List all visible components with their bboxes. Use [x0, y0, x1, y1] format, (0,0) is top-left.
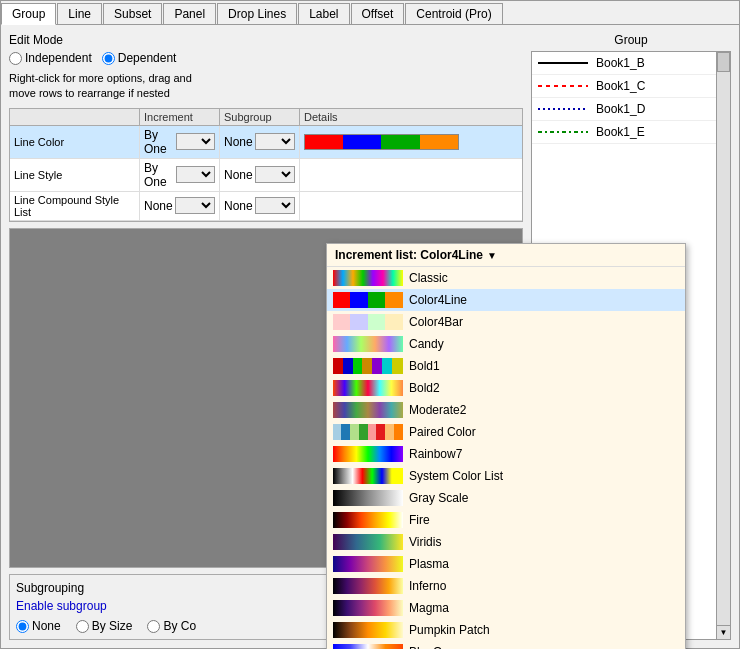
dropdown-item-blueorange[interactable]: BlueOrange	[327, 641, 685, 649]
swatch-color4line	[333, 292, 403, 308]
edit-mode-section: Edit Mode Independent Dependent	[9, 33, 523, 65]
item-label-color4bar: Color4Bar	[409, 315, 463, 329]
dropdown-item-bold2[interactable]: Bold2	[327, 377, 685, 399]
dropdown-item-rainbow7[interactable]: Rainbow7	[327, 443, 685, 465]
cell-linecompound-increment: None	[140, 192, 220, 220]
radio-bysize-label: By Size	[92, 619, 133, 633]
col-details: Details	[300, 109, 522, 125]
tab-line[interactable]: Line	[57, 3, 102, 24]
swatch-inferno	[333, 578, 403, 594]
dropdown-item-pumpkin[interactable]: Pumpkin Patch	[327, 619, 685, 641]
dropdown-item-viridis[interactable]: Viridis	[327, 531, 685, 553]
radio-byco-label: By Co	[163, 619, 196, 633]
edit-mode-label: Edit Mode	[9, 33, 523, 47]
dropdown-item-moderate2[interactable]: Moderate2	[327, 399, 685, 421]
group-panel-label: Group	[531, 33, 731, 47]
item-label-candy: Candy	[409, 337, 444, 351]
col-name	[10, 109, 140, 125]
cell-linestyle-increment: By One	[140, 159, 220, 191]
select-linestyle-subgroup[interactable]	[255, 166, 295, 183]
dropdown-item-inferno[interactable]: Inferno	[327, 575, 685, 597]
swatch-pumpkin	[333, 622, 403, 638]
radio-dependent[interactable]: Dependent	[102, 51, 177, 65]
swatch-magma	[333, 600, 403, 616]
swatch-fire	[333, 512, 403, 528]
group-item-book1c[interactable]: Book1_C	[532, 75, 730, 98]
swatch-plasma	[333, 556, 403, 572]
radio-byco[interactable]: By Co	[147, 619, 196, 633]
hint-text: Right-click for more options, drag andmo…	[9, 71, 523, 102]
cell-linecolor-increment: By One	[140, 126, 220, 158]
scrollbar-track[interactable]: ▼	[716, 52, 730, 639]
color-dropdown[interactable]: Increment list: Color4Line ▼ Classic Col…	[326, 243, 686, 649]
dropdown-item-syscolor[interactable]: System Color List	[327, 465, 685, 487]
dropdown-item-candy[interactable]: Candy	[327, 333, 685, 355]
tab-subset[interactable]: Subset	[103, 3, 162, 24]
settings-table: Increment Subgroup Details Line Color By…	[9, 108, 523, 222]
dropdown-item-plasma[interactable]: Plasma	[327, 553, 685, 575]
item-label-rainbow7: Rainbow7	[409, 447, 462, 461]
item-label-grayscale: Gray Scale	[409, 491, 468, 505]
item-label-classic: Classic	[409, 271, 448, 285]
radio-independent[interactable]: Independent	[9, 51, 92, 65]
dropdown-item-fire[interactable]: Fire	[327, 509, 685, 531]
scrollbar-down-arrow[interactable]: ▼	[717, 625, 730, 639]
tab-droplines[interactable]: Drop Lines	[217, 3, 297, 24]
group-item-label: Book1_B	[596, 56, 645, 70]
table-row-linecolor[interactable]: Line Color By One None	[10, 126, 522, 159]
item-label-bold1: Bold1	[409, 359, 440, 373]
group-item-book1b[interactable]: Book1_B	[532, 52, 730, 75]
dropdown-item-color4bar[interactable]: Color4Bar	[327, 311, 685, 333]
cell-linecompound-name: Line Compound Style List	[10, 192, 140, 220]
swatch-syscolor	[333, 468, 403, 484]
select-linecolor-increment[interactable]	[176, 133, 215, 150]
dropdown-item-paired[interactable]: Paired Color	[327, 421, 685, 443]
dropdown-item-classic[interactable]: Classic	[327, 267, 685, 289]
radio-bysize[interactable]: By Size	[76, 619, 133, 633]
swatch-classic	[333, 270, 403, 286]
scrollbar-thumb[interactable]	[717, 52, 730, 72]
tab-panel[interactable]: Panel	[163, 3, 216, 24]
dropdown-title: Increment list: Color4Line	[335, 248, 483, 262]
group-item-label: Book1_E	[596, 125, 645, 139]
item-label-blueorange: BlueOrange	[409, 645, 473, 649]
tab-group[interactable]: Group	[1, 3, 56, 25]
radio-independent-label: Independent	[25, 51, 92, 65]
tab-label[interactable]: Label	[298, 3, 349, 24]
group-item-book1d[interactable]: Book1_D	[532, 98, 730, 121]
item-label-inferno: Inferno	[409, 579, 446, 593]
dropdown-item-magma[interactable]: Magma	[327, 597, 685, 619]
select-linecolor-subgroup[interactable]	[255, 133, 295, 150]
color-preview-bar[interactable]	[304, 134, 459, 150]
table-header: Increment Subgroup Details	[10, 109, 522, 126]
tab-offset[interactable]: Offset	[351, 3, 405, 24]
radio-none[interactable]: None	[16, 619, 61, 633]
swatch-moderate2	[333, 402, 403, 418]
cell-linestyle-details	[300, 159, 522, 191]
main-window: Group Line Subset Panel Drop Lines Label…	[0, 0, 740, 649]
cell-linestyle-subgroup: None	[220, 159, 300, 191]
item-label-bold2: Bold2	[409, 381, 440, 395]
select-linecompound-increment[interactable]	[175, 197, 215, 214]
cell-linecolor-details[interactable]	[300, 126, 522, 158]
swatch-bold2	[333, 380, 403, 396]
col-increment: Increment	[140, 109, 220, 125]
select-linecompound-subgroup[interactable]	[255, 197, 295, 214]
swatch-grayscale	[333, 490, 403, 506]
table-row-linecompound[interactable]: Line Compound Style List None None	[10, 192, 522, 221]
select-linestyle-increment[interactable]	[176, 166, 215, 183]
dropdown-list[interactable]: Classic Color4Line Color4Bar Candy Bold1	[327, 267, 685, 649]
cell-linecompound-details	[300, 192, 522, 220]
tab-centroid[interactable]: Centroid (Pro)	[405, 3, 502, 24]
group-item-book1e[interactable]: Book1_E	[532, 121, 730, 144]
table-row-linestyle[interactable]: Line Style By One None	[10, 159, 522, 192]
swatch-blueorange	[333, 644, 403, 649]
dropdown-item-bold1[interactable]: Bold1	[327, 355, 685, 377]
dropdown-item-color4line[interactable]: Color4Line	[327, 289, 685, 311]
content-area: Edit Mode Independent Dependent Right-cl…	[1, 25, 739, 648]
swatch-bold1	[333, 358, 403, 374]
dropdown-item-grayscale[interactable]: Gray Scale	[327, 487, 685, 509]
swatch-rainbow7	[333, 446, 403, 462]
item-label-plasma: Plasma	[409, 557, 449, 571]
tab-bar: Group Line Subset Panel Drop Lines Label…	[1, 1, 739, 25]
